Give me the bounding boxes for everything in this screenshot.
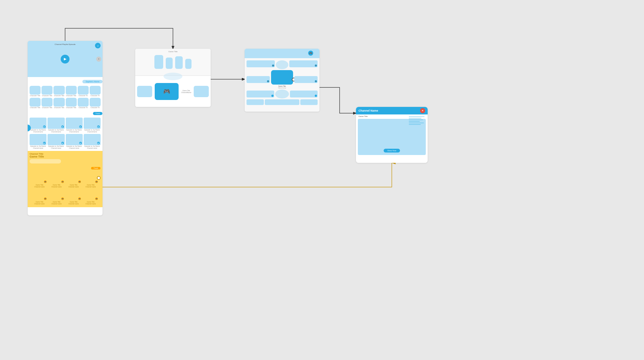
game-tile-small-2 <box>194 86 209 97</box>
episode-thumb: ▶ <box>66 134 83 145</box>
game-channel: Channel name <box>48 203 64 205</box>
episode-thumb: ▶ <box>66 118 83 129</box>
game-thumb[interactable]: 🎮 <box>83 189 99 201</box>
char-label: Character Title <box>66 107 77 108</box>
char-thumb <box>90 98 101 107</box>
character-figure <box>175 56 183 69</box>
ep-channel: Channel:name <box>47 147 64 149</box>
char-label: Character Tit <box>90 107 101 108</box>
ep-channel: Channel name <box>84 147 101 149</box>
tile-icon: 🎮 <box>315 64 317 67</box>
char-label: Character Title <box>53 95 64 97</box>
ep-channel: Channelname <box>66 131 83 133</box>
game-thumb[interactable]: 🎮 <box>66 172 82 184</box>
modal-content-area: Show Now <box>358 119 426 155</box>
game-thumb[interactable]: 🎮 <box>31 172 47 184</box>
game-tile <box>247 91 274 97</box>
char-label: Character Title <box>66 95 77 97</box>
play-button[interactable] <box>61 55 69 64</box>
char-thumb <box>53 98 64 107</box>
game-dot: 🎮 <box>78 197 81 200</box>
ep-channel: Channelname <box>47 131 64 133</box>
game-dot: 🎮 <box>61 197 64 200</box>
game-thumb[interactable]: 🎮 <box>66 189 82 201</box>
card-channel-modal: Channel Name ✕ Game Title Show Now <box>356 107 428 163</box>
ep-dot: ▶ <box>79 125 82 128</box>
game-thumb-row-2: 🎮 Game Title Channel name 🎮 Game Title C… <box>30 188 101 205</box>
game-dot: 🎮 <box>95 197 98 200</box>
game-thumb[interactable]: 🎮 <box>48 189 64 201</box>
character-row-1: Character Title Character Title Characte… <box>28 85 103 97</box>
game-dot: 🎮 <box>78 180 81 183</box>
game-dot: 🎮 <box>61 180 64 183</box>
tile-icon: 🎮 <box>267 80 269 82</box>
game-thumb-connector: 🎮 Game Title Channel name <box>83 172 99 188</box>
char-label: Character Title <box>30 107 41 108</box>
char-label: Character Title <box>42 107 53 108</box>
game-tile <box>247 99 264 105</box>
gaming-section: Channel Title Game Title Track 🎮 Game Ti… <box>28 151 103 207</box>
game-channel: Channel name <box>83 186 99 188</box>
game-tile: 🎮 <box>247 76 270 83</box>
ep-dot: ▶ <box>79 142 82 144</box>
splash-blob <box>276 60 288 69</box>
game-row-featured: 🎮 Game Title Channel name 🎮 <box>247 70 318 89</box>
char-thumb <box>42 98 53 107</box>
ep-channel: Channelname <box>30 131 47 133</box>
episode-row-2: ▶ Episode no. Ep Name Channel:name ▶ Epi… <box>28 133 103 150</box>
game-thumb[interactable]: 🎮 <box>83 172 99 184</box>
game-tile-featured: 🎮 <box>155 83 179 100</box>
episode-thumb: ▶ <box>47 134 64 145</box>
store-top-bar: 🎮 <box>245 49 319 58</box>
episode-thumb: ▶ <box>84 134 101 145</box>
featured-tile-wrapper: Game Title Channel name <box>271 70 293 89</box>
tile-icon: 🎮 <box>315 80 317 82</box>
episode-thumb: ▶ <box>47 118 64 129</box>
card-category-browse: Game Title ‹ › 🎮 Game Title ChannelName <box>135 49 211 107</box>
char-thumb <box>78 98 89 107</box>
splash-area2 <box>275 90 289 98</box>
card3-inner: 🎮 🎮 🎮 🎮 <box>245 49 319 112</box>
card-mobile-screen: ‹ Channel Playlist Episode ⌕ › Sophie's … <box>28 41 103 215</box>
char-thumb <box>90 86 101 95</box>
char-label: Character Tit <box>78 107 89 108</box>
ep-dot: ▶ <box>61 142 64 144</box>
featured-channel-label: Channel name <box>271 87 293 89</box>
game-channel: Channel name <box>66 186 82 188</box>
char-label: Character Tit <box>78 95 89 97</box>
game-dot: 🎮 <box>95 180 98 183</box>
card2-top-label: Game Title <box>168 51 177 53</box>
game-thumb[interactable]: 🎮 <box>31 189 47 201</box>
game-tile <box>290 91 318 97</box>
arc-section-top: 🎮 🎮 🎮 Game <box>245 58 319 107</box>
game-row-4 <box>247 99 318 105</box>
show-now-button[interactable]: Show Now <box>384 149 400 152</box>
game-thumb[interactable]: 🎮 <box>48 172 64 184</box>
search-button[interactable]: ⌕ <box>95 43 101 48</box>
game-channel-label: ChannelName <box>181 91 191 93</box>
arrow-right-button[interactable]: › <box>96 57 101 62</box>
episode-thumb: ▶ <box>84 118 101 129</box>
ep-channel: Channelname <box>84 131 101 133</box>
card2-inner: Game Title ‹ › 🎮 Game Title ChannelName <box>135 49 211 107</box>
episode-thumb: ▶ <box>30 118 47 129</box>
char-thumb <box>53 86 64 95</box>
game-channel: Channel name <box>83 203 99 205</box>
episode-thumb: ▶ <box>30 134 47 145</box>
ep-dot: ▶ <box>61 125 64 128</box>
featured-game-tile[interactable] <box>271 70 293 85</box>
game-channel: Channel name <box>48 186 64 188</box>
char-thumb <box>30 86 41 95</box>
decorative-lines <box>409 116 425 125</box>
char-label: Character Title <box>42 95 53 97</box>
tile-icon: 🎮 <box>272 64 274 67</box>
char-thumb <box>78 86 89 95</box>
episode-row-1: ▶ Episode no. Ep Name Channelname ▶ Epis… <box>28 117 103 133</box>
modal-channel-name: Channel Name <box>358 109 378 112</box>
game-tile: 🎮 <box>294 76 318 83</box>
gaming-game-title: Game Title <box>30 155 101 158</box>
game-channel: Channel name <box>31 186 47 188</box>
close-button[interactable]: ✕ <box>420 108 425 113</box>
char-thumb <box>66 98 77 107</box>
tile-icon <box>315 95 317 97</box>
